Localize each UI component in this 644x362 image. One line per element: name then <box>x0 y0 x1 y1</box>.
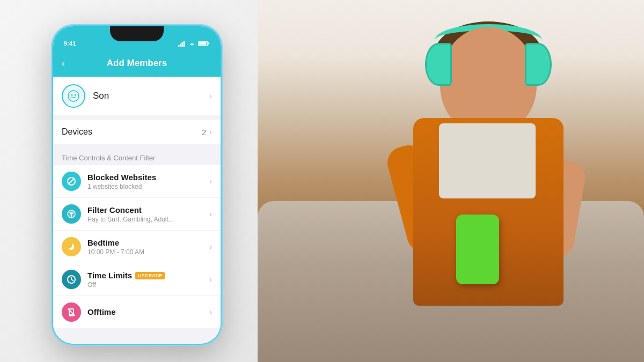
svg-rect-5 <box>208 42 210 45</box>
moon-icon <box>67 242 76 252</box>
son-chevron: › <box>209 92 212 100</box>
bedtime-chevron: › <box>209 242 212 251</box>
offtime-item[interactable]: Offtime › <box>53 296 221 328</box>
back-button[interactable]: ‹ <box>62 58 65 69</box>
bedtime-text: Bedtime 10:00 PM - 7:00 AM <box>87 238 203 256</box>
phone-off-icon <box>67 307 76 317</box>
svg-rect-3 <box>184 41 185 47</box>
svg-rect-2 <box>181 42 183 47</box>
son-item[interactable]: Son › <box>62 77 212 115</box>
time-limits-item[interactable]: Time Limits Upgrade Off › <box>53 263 221 296</box>
time-limits-title: Time Limits <box>87 271 132 280</box>
photo-area <box>258 0 644 362</box>
blocked-websites-text: Blocked Websites 1 websites blocked <box>87 173 203 190</box>
filter-content-text: Filter Concent Pay to Surf, Gambling, Ad… <box>87 205 203 223</box>
son-name: Son <box>93 91 209 101</box>
devices-count: 2 <box>202 128 206 137</box>
filter-content-title: Filter Concent <box>87 205 203 215</box>
offtime-chevron: › <box>209 308 212 316</box>
phone-screen: 9:41 <box>53 26 221 344</box>
svg-rect-1 <box>180 43 181 47</box>
app-header: ‹ Add Members <box>53 50 221 77</box>
svg-line-15 <box>71 279 73 280</box>
block-icon <box>67 176 76 186</box>
time-limits-icon <box>62 270 81 289</box>
battery-icon <box>198 40 210 47</box>
status-time: 9:41 <box>64 40 76 47</box>
time-limits-title-row: Time Limits Upgrade <box>87 271 203 281</box>
svg-rect-0 <box>178 45 180 47</box>
time-limits-text: Time Limits Upgrade Off <box>87 271 203 289</box>
offtime-title: Offtime <box>87 307 203 316</box>
blocked-websites-icon <box>62 172 81 191</box>
filter-content-icon <box>62 204 81 224</box>
filter-chevron: › <box>209 210 212 218</box>
filter-icon <box>67 209 76 219</box>
bedtime-subtitle: 10:00 PM - 7:00 AM <box>87 248 203 256</box>
child-held-phone <box>456 215 499 284</box>
upgrade-badge: Upgrade <box>135 272 165 279</box>
offtime-icon <box>62 302 81 322</box>
blocked-chevron: › <box>209 177 212 186</box>
bedtime-icon <box>62 237 81 256</box>
blocked-websites-title: Blocked Websites <box>87 173 203 182</box>
child-figure <box>386 11 612 354</box>
status-icons <box>178 40 210 47</box>
devices-item[interactable]: Devices 2 › <box>53 120 221 144</box>
svg-point-7 <box>68 91 79 101</box>
devices-chevron: › <box>209 128 212 136</box>
wifi-icon <box>188 41 196 47</box>
filter-content-subtitle: Pay to Surf, Gambling, Adult... <box>87 216 203 223</box>
bedtime-item[interactable]: Bedtime 10:00 PM - 7:00 AM › <box>53 231 221 263</box>
controls-section-label: Time Controls & Content Filter <box>53 149 221 165</box>
svg-rect-6 <box>199 42 207 45</box>
svg-point-9 <box>75 94 76 96</box>
header-title: Add Members <box>107 58 167 69</box>
face-icon <box>67 90 80 102</box>
son-section: Son › <box>53 77 221 115</box>
time-limits-chevron: › <box>209 275 212 284</box>
time-limits-subtitle: Off <box>87 281 203 289</box>
filter-content-item[interactable]: Filter Concent Pay to Surf, Gambling, Ad… <box>53 198 221 231</box>
svg-point-8 <box>71 94 73 96</box>
signal-icon <box>178 41 186 47</box>
phone-device: 9:41 <box>51 24 223 346</box>
bedtime-title: Bedtime <box>87 238 203 247</box>
headphone-left <box>425 43 452 86</box>
son-avatar <box>62 84 85 108</box>
blocked-websites-subtitle: 1 websites blocked <box>87 183 203 190</box>
phone-notch <box>110 26 164 41</box>
svg-line-11 <box>69 179 74 184</box>
app-content: Son › Devices 2 › Time Controls & Conten… <box>53 77 221 344</box>
controls-section: Blocked Websites 1 websites blocked › <box>53 165 221 328</box>
clock-icon <box>67 275 76 284</box>
devices-section: Devices 2 › <box>53 120 221 144</box>
headphone-right <box>525 43 552 86</box>
child-shirt <box>439 123 536 198</box>
offtime-text: Offtime <box>87 307 203 317</box>
devices-label: Devices <box>62 127 202 137</box>
blocked-websites-item[interactable]: Blocked Websites 1 websites blocked › <box>53 165 221 198</box>
